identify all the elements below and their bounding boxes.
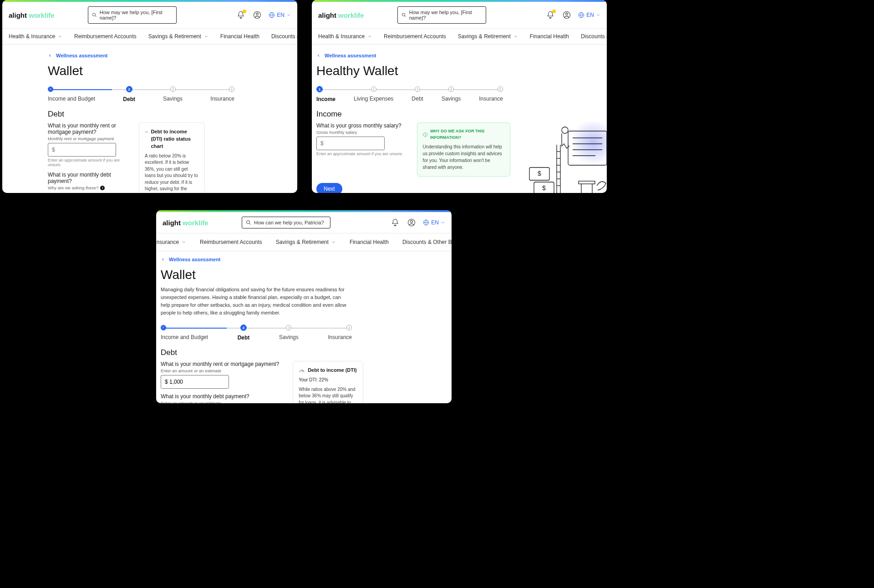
why-asking[interactable]: Why are we asking these? i [48, 185, 125, 190]
step-1-dot: ✓ [48, 86, 53, 92]
chevron-down-icon [286, 13, 291, 17]
nav-reimbursement[interactable]: Reimbursement Accounts [74, 33, 137, 40]
search-placeholder: How may we help you, [First name]? [100, 10, 173, 20]
progress-stepper: ✓Income and Budget 2Debt 3Savings 4Insur… [161, 325, 352, 341]
globe-icon [269, 12, 275, 18]
svg-point-10 [402, 13, 405, 16]
profile-button[interactable] [252, 10, 262, 20]
language-label: EN [277, 12, 285, 18]
nav-health-insurance[interactable]: Health & Insurance [156, 239, 186, 245]
svg-point-34 [562, 127, 568, 133]
search-input[interactable]: How may we help you, [First name]? [88, 6, 177, 24]
svg-point-45 [411, 220, 413, 223]
svg-point-3 [256, 13, 259, 15]
step-1-dot: ✓ [161, 325, 166, 330]
next-button[interactable]: Next [316, 183, 342, 193]
question-salary: What is your gross monthly salary? [316, 122, 403, 129]
nav-savings-retirement[interactable]: Savings & Retirement [148, 33, 208, 40]
globe-icon [423, 219, 429, 226]
step-4-label: Insurance [328, 334, 352, 340]
nav-financial-health[interactable]: Financial Health [350, 239, 389, 245]
chevron-down-icon [58, 34, 62, 39]
nav-reimbursement[interactable]: Reimbursement Accounts [200, 239, 262, 245]
chevron-down-icon [331, 240, 336, 244]
back-link-label: Wellness assessment [56, 53, 108, 58]
sublabel-rent: Enter an amount or an estimate [161, 368, 279, 373]
logo-alight: alight [9, 11, 27, 19]
step-4-dot: 4 [346, 325, 352, 330]
chevron-down-icon [204, 34, 208, 39]
step-1-label: Income and Budget [161, 334, 208, 340]
nav-health-insurance[interactable]: Health & Insurance [9, 33, 62, 40]
sublabel-debt: Monthly debt payment [48, 192, 125, 193]
dti-chart-title: Debt to income (DTI) ratio status chart [151, 128, 199, 150]
nav-savings-retirement[interactable]: Savings & Retirement [458, 33, 518, 40]
logo-worklife: worklife [29, 11, 55, 19]
search-input[interactable]: How may we help you, [First name]? [397, 6, 486, 24]
step-1-label: Income and Budget [48, 96, 95, 102]
header: alight worklife How can we help you, Pat… [156, 212, 452, 233]
svg-point-19 [425, 133, 425, 134]
language-selector[interactable]: EN [578, 12, 600, 18]
language-selector[interactable]: EN [269, 12, 291, 18]
logo-worklife: worklife [338, 11, 364, 19]
step-4-label: Insurance [210, 96, 234, 102]
rent-input[interactable] [161, 375, 229, 389]
notifications-button[interactable] [390, 218, 400, 228]
nav-savings-retirement[interactable]: Savings & Retirement [276, 239, 336, 245]
language-selector[interactable]: EN [423, 219, 445, 226]
nav-discounts[interactable]: Discounts & Other Benefits [581, 33, 607, 40]
back-link[interactable]: Wellness assessment [161, 257, 406, 262]
chevron-down-icon [182, 240, 186, 244]
dti-card: Debt to income (DTI) Your DTI: 22% While… [293, 361, 363, 403]
back-link[interactable]: Wellness assessment [316, 53, 593, 58]
notifications-button[interactable] [545, 10, 555, 20]
step-2-dot: 2 [371, 86, 376, 92]
nav-discounts[interactable]: Discounts & Other Benefits [402, 239, 452, 245]
back-link[interactable]: Wellness assessment [48, 53, 252, 58]
step-4-dot: 4 [229, 86, 234, 92]
bell-icon [391, 218, 399, 227]
dti-body: While ratios above 20% and below 36% may… [299, 386, 357, 403]
page-title: Wallet [161, 268, 406, 282]
svg-text:$: $ [538, 170, 541, 177]
user-icon [253, 11, 261, 19]
nav-health-insurance[interactable]: Health & Insurance [318, 33, 372, 40]
section-title: Debt [48, 110, 252, 119]
svg-point-0 [92, 13, 95, 16]
logo[interactable]: alight worklife [318, 11, 364, 19]
nav-financial-health[interactable]: Financial Health [530, 33, 569, 40]
svg-point-42 [247, 221, 250, 224]
nav-financial-health[interactable]: Financial Health [220, 33, 259, 40]
question-rent: What is your monthly rent or mortgage pa… [161, 361, 279, 367]
search-icon [246, 220, 251, 225]
chevron-down-icon [367, 34, 372, 39]
header: alight worklife How may we help you, [Fi… [2, 2, 297, 29]
profile-button[interactable] [562, 10, 572, 20]
search-placeholder: How may we help you, [First name]? [409, 10, 482, 20]
why-ask-card: WHY DO WE ASK FOR THIS INFORMATION? Unde… [417, 122, 510, 177]
page-title: Wallet [48, 64, 252, 78]
back-link-label: Wellness assessment [169, 257, 221, 262]
nav-discounts[interactable]: Discounts & Other Benefits [271, 33, 297, 40]
nav-reimbursement[interactable]: Reimbursement Accounts [384, 33, 446, 40]
header: alight worklife How may we help you, [Fi… [312, 2, 607, 29]
search-input[interactable]: How can we help you, Patricia? [242, 217, 330, 228]
svg-line-49 [302, 370, 303, 372]
step-3-dot: 3 [286, 325, 291, 330]
profile-button[interactable] [407, 218, 417, 228]
rent-input[interactable] [48, 143, 116, 157]
primary-nav: Health & Insurance Reimbursement Account… [312, 29, 607, 45]
sublabel-rent: Monthly rent or mortgage payment [48, 136, 125, 141]
notifications-button[interactable] [236, 10, 246, 20]
salary-input[interactable] [316, 137, 385, 150]
logo[interactable]: alight worklife [163, 219, 208, 227]
logo[interactable]: alight worklife [9, 11, 55, 19]
language-label: EN [586, 12, 594, 18]
chevron-down-icon [441, 220, 445, 225]
dti-value: Your DTI: 22% [299, 377, 357, 384]
progress-stepper: 1Income 2Living Expenses 3Debt 4Savings … [316, 86, 503, 102]
info-icon[interactable]: i [100, 186, 105, 190]
step-3-dot: 3 [415, 86, 420, 92]
logo-alight: alight [318, 11, 336, 19]
